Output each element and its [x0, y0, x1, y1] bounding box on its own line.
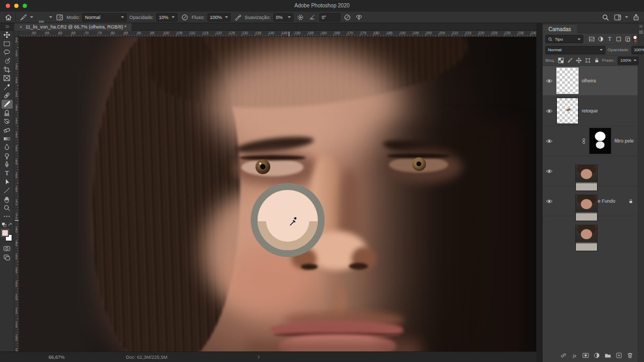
marquee-tool[interactable] [2, 39, 13, 47]
add-layer-mask-icon[interactable] [582, 352, 589, 359]
brush-tool-chevron-icon[interactable] [30, 16, 33, 18]
horizontal-ruler[interactable]: 5055606570758085909510010511011512012513… [19, 31, 536, 37]
layer-row-retoque[interactable]: retoque [543, 96, 638, 126]
pen-tool[interactable] [2, 160, 13, 169]
frame-tool[interactable] [2, 74, 13, 82]
close-tab-icon[interactable]: × [20, 24, 22, 30]
airbrush-icon[interactable] [233, 13, 242, 22]
history-brush-tool[interactable] [2, 117, 13, 126]
gradient-tool[interactable] [2, 135, 13, 143]
zoom-tool[interactable] [2, 204, 13, 212]
adjustment-layer-icon[interactable] [593, 352, 600, 359]
more-tool[interactable] [2, 212, 13, 221]
dodge-tool[interactable] [2, 151, 13, 160]
screen-mode-button[interactable] [2, 254, 13, 262]
smoothing-gear-icon[interactable] [296, 13, 305, 22]
lock-position-icon[interactable] [576, 58, 582, 63]
path-select-tool[interactable] [2, 178, 13, 186]
clone-stamp-tool[interactable] [2, 109, 13, 117]
smoothing-select[interactable]: 0% [273, 13, 293, 22]
toolbar-collapse-icon[interactable] [0, 25, 14, 28]
filter-shape-icon[interactable] [615, 36, 622, 42]
layer-visibility-eye-icon[interactable] [545, 79, 553, 83]
symmetry-icon[interactable] [355, 13, 364, 22]
filter-toggle-switch[interactable] [633, 35, 635, 43]
opacity-pressure-icon[interactable] [180, 13, 189, 22]
document-tab[interactable]: × 11_lis_von_ha.CR2 @ 66,7% (olheira, RG… [14, 23, 131, 31]
brush-settings-panel-icon[interactable] [55, 13, 64, 22]
type-tool[interactable]: T [2, 169, 13, 177]
size-pressure-icon[interactable] [343, 13, 352, 22]
new-layer-icon[interactable] [615, 352, 622, 359]
panel-collapse-icon[interactable] [639, 25, 643, 28]
canvas-photo[interactable] [19, 37, 536, 351]
layer-thumbnail[interactable] [575, 195, 598, 221]
layer-thumbnail[interactable] [575, 165, 598, 191]
healing-brush-tool[interactable] [2, 91, 13, 100]
layer-row-olheira[interactable]: olheira [543, 66, 638, 96]
status-menu-chevron-icon[interactable] [257, 355, 260, 359]
filter-smart-object-icon[interactable] [624, 36, 631, 42]
layer-visibility-eye-icon[interactable] [545, 199, 553, 204]
line-tool[interactable] [2, 186, 13, 195]
share-icon[interactable] [631, 13, 640, 22]
default-colors-icon[interactable] [2, 223, 6, 227]
vertical-ruler[interactable]: 1101151201251301351401451501551601651701… [14, 37, 19, 351]
layer-opacity-select[interactable]: 100% [631, 46, 644, 54]
eraser-tool[interactable] [2, 126, 13, 134]
filter-type-select[interactable]: Tipo [545, 35, 583, 43]
layer-thumbnail[interactable] [556, 98, 579, 124]
search-icon[interactable] [601, 13, 610, 22]
eyedropper-tool[interactable] [2, 82, 13, 91]
layer-thumbnail[interactable] [556, 68, 579, 94]
brush-tool-icon[interactable] [18, 13, 27, 22]
mode-select[interactable]: Normal [82, 13, 127, 22]
layer-thumbnail[interactable] [575, 225, 598, 251]
move-tool[interactable] [2, 31, 13, 39]
new-group-icon[interactable] [604, 352, 611, 359]
layer-name[interactable]: filtro pele [614, 138, 634, 144]
link-layers-icon[interactable] [560, 352, 567, 359]
opacity-select[interactable]: 10% [156, 13, 177, 22]
layer-visibility-eye-icon[interactable] [545, 109, 553, 113]
swap-colors-icon[interactable] [8, 223, 12, 227]
brush-preset-chevron-icon[interactable] [49, 16, 52, 18]
tab-camadas[interactable]: Camadas [543, 25, 577, 34]
home-icon[interactable] [4, 13, 13, 22]
quick-mask-button[interactable] [2, 245, 13, 253]
layer-name[interactable]: olheira [582, 78, 596, 83]
flow-select[interactable]: 100% [207, 13, 231, 22]
lasso-tool[interactable] [2, 48, 13, 56]
blend-mode-select[interactable]: Normal [545, 46, 605, 54]
layer-row-filtro-pele[interactable]: filtro pele [543, 126, 638, 156]
hand-tool[interactable] [2, 195, 13, 203]
layer-style-fx-icon[interactable]: fx [571, 352, 578, 359]
lock-pixels-icon[interactable] [567, 58, 573, 63]
crop-tool[interactable] [2, 65, 13, 74]
filter-adjustment-icon[interactable] [598, 36, 604, 42]
brush-tool[interactable] [2, 100, 13, 108]
lock-all-icon[interactable] [594, 58, 600, 63]
fill-select[interactable]: 100% [618, 56, 639, 65]
mask-link-icon[interactable] [582, 138, 586, 145]
layer-visibility-eye-icon[interactable] [545, 139, 553, 144]
workspace-switcher-icon[interactable] [613, 13, 622, 22]
workspace-chevron-icon[interactable] [625, 16, 628, 18]
quick-select-tool[interactable] [2, 56, 13, 65]
filter-pixel-icon[interactable] [589, 36, 595, 42]
layer-name[interactable]: retoque [582, 108, 598, 113]
brush-preset-picker[interactable]: 100 [36, 12, 46, 23]
zoom-level-field[interactable]: 66,67% [49, 355, 65, 360]
layer-mask-thumbnail[interactable] [589, 128, 611, 154]
panel-menu-icon[interactable] [639, 30, 643, 34]
filter-type-text-icon[interactable]: T [607, 36, 613, 42]
foreground-swatch[interactable] [2, 230, 8, 236]
lock-transparent-icon[interactable] [558, 58, 564, 63]
angle-field[interactable]: 0° [319, 13, 340, 22]
blur-tool[interactable] [2, 143, 13, 151]
lock-artboard-icon[interactable] [585, 58, 591, 63]
layer-visibility-eye-icon[interactable] [545, 169, 553, 174]
ruler-label: 220 [479, 31, 485, 35]
delete-layer-icon[interactable] [627, 352, 633, 359]
photo-chin-shadow [246, 340, 420, 351]
